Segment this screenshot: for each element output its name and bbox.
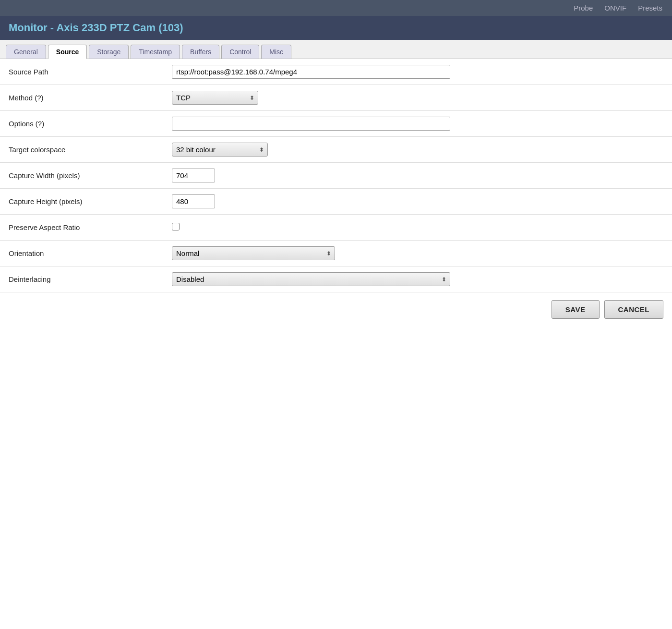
capture-width-input[interactable] [172,169,215,182]
orientation-label: Orientation [9,249,172,257]
colorspace-label: Target colorspace [9,145,172,154]
deinterlacing-select-wrapper: Disabled Enabled Four field [172,272,450,286]
onvif-link[interactable]: ONVIF [604,4,626,12]
colorspace-select-wrapper: 32 bit colour 24 bit colour 8 bit grey [172,143,268,157]
capture-height-input[interactable] [172,194,215,208]
page-title-text: Monitor - Axis 233D PTZ Cam (103) [9,22,183,34]
colorspace-control: 32 bit colour 24 bit colour 8 bit grey [172,143,663,157]
preserve-aspect-label: Preserve Aspect Ratio [9,223,172,231]
options-label: Options (?) [9,120,172,128]
tab-control[interactable]: Control [221,45,259,59]
tab-source[interactable]: Source [48,45,87,59]
method-row: Method (?) TCP UDP HTTP [0,85,672,111]
tab-misc[interactable]: Misc [261,45,291,59]
capture-width-control [172,169,663,182]
method-control: TCP UDP HTTP [172,91,663,105]
orientation-row: Orientation Normal Rotate 90° Rotate 180… [0,241,672,266]
source-path-row: Source Path [0,59,672,85]
tab-general[interactable]: General [6,45,46,59]
top-navigation: Probe ONVIF Presets [0,0,672,16]
preserve-aspect-control [172,223,663,232]
source-path-input[interactable] [172,65,450,79]
deinterlacing-row: Deinterlacing Disabled Enabled Four fiel… [0,266,672,292]
orientation-select[interactable]: Normal Rotate 90° Rotate 180° Rotate 270… [172,246,335,260]
options-control [172,117,663,131]
colorspace-row: Target colorspace 32 bit colour 24 bit c… [0,137,672,163]
source-path-label: Source Path [9,68,172,76]
tab-storage[interactable]: Storage [89,45,129,59]
method-select[interactable]: TCP UDP HTTP [172,91,258,105]
action-buttons: SAVE CANCEL [0,292,672,327]
orientation-control: Normal Rotate 90° Rotate 180° Rotate 270… [172,246,663,260]
deinterlacing-control: Disabled Enabled Four field [172,272,663,286]
capture-width-row: Capture Width (pixels) [0,163,672,189]
cancel-button[interactable]: CANCEL [604,300,664,319]
presets-link[interactable]: Presets [638,4,662,12]
method-label-text: Method (?) [9,94,44,102]
capture-height-row: Capture Height (pixels) [0,189,672,215]
method-select-wrapper: TCP UDP HTTP [172,91,258,105]
options-label-text: Options (?) [9,120,44,128]
source-path-control [172,65,663,79]
orientation-select-wrapper: Normal Rotate 90° Rotate 180° Rotate 270… [172,246,335,260]
deinterlacing-label: Deinterlacing [9,275,172,283]
preserve-aspect-row: Preserve Aspect Ratio [0,215,672,241]
tab-buffers[interactable]: Buffers [182,45,219,59]
preserve-aspect-checkbox[interactable] [172,223,180,230]
save-button[interactable]: SAVE [552,300,600,319]
form-area: Source Path Method (?) TCP UDP HTTP [0,59,672,336]
method-label: Method (?) [9,94,172,102]
tab-timestamp[interactable]: Timestamp [131,45,180,59]
source-form: Source Path Method (?) TCP UDP HTTP [0,59,672,336]
probe-link[interactable]: Probe [574,4,593,12]
colorspace-select[interactable]: 32 bit colour 24 bit colour 8 bit grey [172,143,268,157]
options-input[interactable] [172,117,450,131]
deinterlacing-select[interactable]: Disabled Enabled Four field [172,272,450,286]
options-row: Options (?) [0,111,672,137]
capture-height-control [172,194,663,208]
capture-width-label: Capture Width (pixels) [9,171,172,180]
page-title: Monitor - Axis 233D PTZ Cam (103) [0,16,672,40]
tab-bar: General Source Storage Timestamp Buffers… [0,40,672,59]
capture-height-label: Capture Height (pixels) [9,197,172,206]
